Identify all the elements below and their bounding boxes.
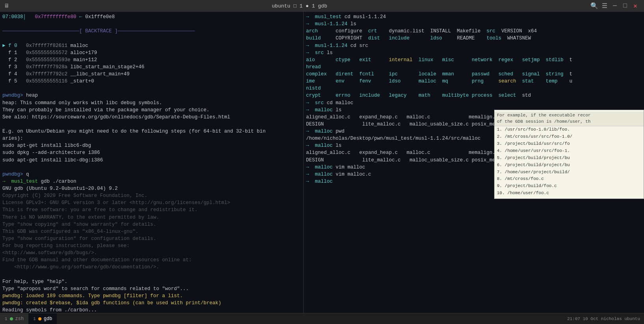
search-button[interactable]: 🔍: [590, 1, 599, 11]
free-software-line: This is free software: you are free to c…: [2, 206, 301, 214]
frame-1: f 1 0x555555555572 alloc+179: [2, 49, 301, 56]
titlebar-center: ubuntu □ 1 ● 1 gdb: [9, 3, 590, 9]
tab-gdb-dot: [38, 317, 41, 320]
heap-error-1: heap: This command only works with libc …: [2, 99, 301, 107]
gdb-version: GNU gdb (Ubuntu 9.2-0ubuntu1~20.04) 9.2: [2, 185, 301, 192]
heap-command: pwndbg> heap: [2, 92, 301, 99]
frame-4: f 4 0x7ffff7f792c2 __libc_start_main+49: [2, 71, 301, 78]
r-files-2: build COPYRIGHT dist include ldso README…: [306, 35, 642, 42]
r-ls-src: → src ls: [306, 49, 642, 56]
tooltip-item-5[interactable]: 5. /project/build/project/bu: [495, 155, 644, 162]
titlebar-buttons: 🔍 ☰ ─ □ ✕: [590, 1, 640, 11]
find-manual-line: Find the GDB manual and other documentat…: [2, 257, 301, 264]
no-warranty-line: There is NO WARRANTY, to the extent perm…: [2, 214, 301, 221]
license-line: License GPLv3+: GNU GPL version 3 or lat…: [2, 199, 301, 206]
tooltip-item-6[interactable]: 6. /project/build/project/bu: [495, 162, 644, 169]
frame-0: ► f 0 0x7ffff7f82611 malloc: [2, 42, 301, 49]
right-panel[interactable]: → musl_test cd musl-1.1.24 → musl-1.1.24…: [304, 12, 644, 313]
reading-symbols: Reading symbols from ./carbon...: [2, 307, 301, 313]
heap-error-3: See also: https://sourceware.org/gdb/onl…: [2, 114, 301, 121]
show-config-line: Type "show configuration" for configurat…: [2, 235, 301, 242]
doc-url-line: <http://www.gnu.org/software/gdb/documen…: [2, 264, 301, 271]
r-cd-musl: → musl_test cd musl-1.1.24: [306, 13, 642, 21]
maximize-button[interactable]: □: [620, 1, 630, 11]
bug-reporting-line: For bug reporting instructions, please s…: [2, 242, 301, 249]
tab-zsh-label: zsh: [15, 316, 24, 322]
heap-hint-2: aries):: [2, 135, 301, 142]
left-panel[interactable]: 07:0038│ 0x7ffffffffe80 ← 0x1fffe0e8 ───…: [0, 12, 304, 313]
empty-line-3: [2, 85, 301, 92]
copyright-line: Copyright (C) 2020 Free Software Foundat…: [2, 192, 301, 199]
frame-2: f 2 0x555555555593e main+112: [2, 56, 301, 64]
tab-gdb-label: gdb: [44, 316, 52, 322]
r-src-files-3: complex dirent fcntl ipc locale mman pas…: [306, 71, 642, 78]
tooltip-item-1[interactable]: 1. /usr/src/foo-1.0/lib/foo.: [495, 126, 644, 133]
empty-line-2: [2, 35, 301, 42]
tab-zsh-number: 1: [5, 317, 7, 321]
heap-error-2: They can probably be installed via the p…: [2, 107, 301, 114]
empty-line-6: [2, 271, 301, 278]
show-copying-line: Type "show copying" and "show warranty" …: [2, 221, 301, 228]
empty-line-4: [2, 121, 301, 128]
r-src-files-4: ime env fenv ldso malloc mq prng search …: [306, 78, 642, 85]
heap-hint-5: sudo apt-get install libc-dbg:i386: [2, 157, 301, 164]
tooltip-item-2[interactable]: 2. /mt/cross/usr/src/foo-1.0/: [495, 133, 644, 140]
pwndbg-loaded: pwndbg: loaded 189 commands. Type pwndbg…: [2, 292, 301, 300]
heap-hint-1: E.g. on Ubuntu/Debian you might need to …: [2, 128, 301, 135]
backtrace-divider: ──────────────────────────[ BACKTRACE ]─…: [2, 28, 301, 35]
titlebar: 🖥 ubuntu □ 1 ● 1 gdb 🔍 ☰ ─ □ ✕: [0, 0, 644, 12]
statusbar-right: 21:07 10 Oct nicholas ubuntu: [567, 317, 644, 321]
r-files-1: arch configure crt dynamic.list INSTALL …: [306, 28, 642, 35]
close-button[interactable]: ✕: [631, 1, 640, 11]
tooltip-item-8[interactable]: 8. /mt/cross/foo.c: [495, 176, 644, 183]
configured-line: This GDB was configured as "x86_64-linux…: [2, 228, 301, 235]
empty-line-1: [2, 21, 301, 28]
status-time: 21:07 10 Oct nicholas ubuntu: [567, 317, 640, 321]
tooltip-item-9[interactable]: 9. /project/build/foo.c: [495, 183, 644, 190]
r-src-files-1: aio ctype exit internal linux misc netwo…: [306, 56, 642, 64]
r-cd-src: → musl-1.1.24 cd src: [306, 42, 642, 49]
r-cd-malloc: → src cd malloc: [306, 99, 642, 107]
frame-3: f 3 0x7ffff7f7928a libc_start_main_stage…: [2, 64, 301, 71]
tabbar: 1 zsh 1 gdb 21:07 10 Oct nicholas ubuntu: [0, 313, 644, 324]
r-src-files-5: nistd: [306, 85, 642, 92]
menu-button[interactable]: ☰: [600, 1, 609, 11]
tab-zsh-dot: [10, 317, 13, 320]
gdb-launch: → musl_test gdb ./carbon: [2, 178, 301, 185]
bug-url-line: <http://www.software/gdb/bugs/>.: [2, 249, 301, 257]
tooltip-item-7[interactable]: 7. /home/user/project/build/: [495, 169, 644, 176]
r-ls-1: → musl-1.1.24 ls: [306, 21, 642, 28]
quit-command: pwndbg> q: [2, 171, 301, 178]
tooltip-item-3[interactable]: 3. /project/build/usr/src/fo: [495, 140, 644, 148]
terminal-icon: 🖥: [4, 3, 9, 9]
tab-zsh[interactable]: 1 zsh: [0, 313, 28, 324]
tooltip-header: For example, if the executable recorof t…: [495, 112, 644, 126]
frame-5: f 5 0x555555555116 _start+0: [2, 78, 301, 85]
pwndbg-created: pwndbg: created $rebase, $ida gdb functi…: [2, 300, 301, 307]
autocomplete-tooltip: For example, if the executable recorof t…: [494, 110, 644, 199]
minimize-button[interactable]: ─: [610, 1, 620, 11]
apropos-hint: Type "apropos word" to search for comman…: [2, 285, 301, 292]
empty-line-5: [2, 164, 301, 171]
tab-gdb-number: 1: [33, 317, 36, 321]
register-line: 07:0038│ 0x7ffffffffe80 ← 0x1fffe0e8: [2, 13, 301, 21]
tooltip-item-4[interactable]: 4. /home/user/usr/src/foo-1.: [495, 148, 644, 155]
tab-gdb[interactable]: 1 gdb: [28, 313, 57, 324]
titlebar-left: 🖥: [4, 3, 9, 9]
r-src-files-2: hread: [306, 64, 642, 71]
main-area: 07:0038│ 0x7ffffffffe80 ← 0x1fffe0e8 ───…: [0, 12, 644, 313]
heap-hint-3: sudo apt-get install libc6-dbg: [2, 142, 301, 149]
r-src-files-6: crypt errno include legacy math multibyt…: [306, 92, 642, 99]
tooltip-item-10[interactable]: 10. /home/user/foo.c: [495, 190, 644, 197]
titlebar-title: ubuntu □ 1 ● 1 gdb: [272, 3, 327, 9]
heap-hint-4: sudo dpkg --add-architecture i386: [2, 149, 301, 156]
help-hint: For help, type "help".: [2, 278, 301, 285]
